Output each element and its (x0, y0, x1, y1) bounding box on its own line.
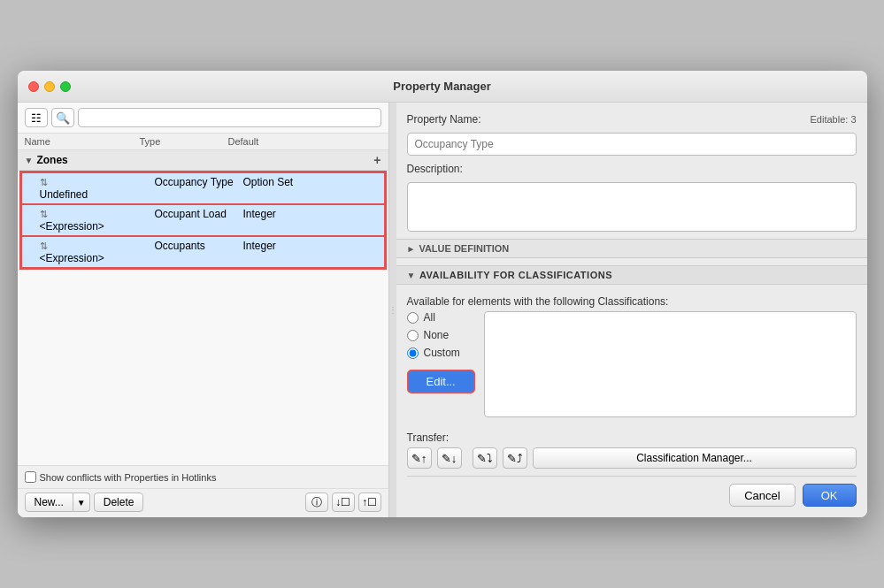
ok-button[interactable]: OK (803, 484, 857, 507)
right-panel: Property Name: Editable: 3 Description: … (396, 103, 867, 517)
availability-label: AVAILABILITY FOR CLASSIFICATIONS (419, 270, 612, 280)
selected-rows-group: ⇅Occupancy Type Option Set Undefined ⇅Oc… (19, 171, 387, 270)
row-type: Integer (243, 208, 377, 220)
property-name-row: Property Name: Editable: 3 (407, 113, 857, 126)
transfer-down-icon: ✎↓ (442, 452, 457, 465)
row-name: Occupants (155, 240, 243, 252)
table-row[interactable]: ⇅Occupancy Type Option Set Undefined (21, 172, 385, 204)
property-name-label: Property Name: (407, 113, 481, 126)
radio-all-label: All (424, 311, 435, 324)
list-header: Name Type Default (18, 134, 388, 150)
row-default: <Expression> (40, 252, 155, 264)
search-icon-btn[interactable]: 🔍 (51, 108, 74, 127)
transfer-section: Transfer: ✎↑ ✎↓ ✎⤵ ✎⤴ Classification Man… (407, 431, 857, 469)
transfer-right-btn[interactable]: ✎⤴ (503, 447, 527, 469)
hotlinks-checkbox-label[interactable]: Show conflicts with Properties in Hotlin… (25, 471, 381, 483)
transfer-label: Transfer: (407, 431, 857, 444)
list-view-icon: ☷ (31, 111, 42, 125)
row-type: Integer (243, 240, 377, 252)
classification-manager-button[interactable]: Classification Manager... (533, 447, 857, 469)
row-default: <Expression> (40, 220, 155, 233)
search-icon: 🔍 (56, 111, 70, 125)
radio-none[interactable] (407, 330, 419, 341)
row-default: Undefined (40, 188, 155, 201)
radio-none-row[interactable]: None (407, 329, 475, 341)
transfer-left-btn[interactable]: ✎⤵ (473, 447, 497, 469)
export-icon-btn[interactable]: ↑☐ (358, 493, 381, 512)
transfer-down-btn[interactable]: ✎↓ (437, 447, 462, 469)
availability-arrow-icon: ▼ (407, 271, 416, 280)
info-icon: ⓘ (311, 495, 322, 510)
export-icon: ↑☐ (362, 496, 377, 508)
maximize-button[interactable] (60, 81, 71, 92)
value-def-arrow-icon: ► (407, 244, 416, 254)
import-icon: ↓☐ (335, 496, 350, 508)
value-definition-section[interactable]: ► VALUE DEFINITION (396, 239, 867, 258)
availability-section: Available for elements with the followin… (407, 292, 857, 417)
traffic-lights (28, 81, 71, 92)
window-title: Property Manager (393, 80, 491, 93)
description-label: Description: (407, 163, 857, 175)
availability-section-header[interactable]: ▼ AVAILABILITY FOR CLASSIFICATIONS (396, 265, 867, 285)
row-sort-icon: ⇅ (40, 209, 151, 220)
list-view-icon-btn[interactable]: ☷ (25, 108, 48, 127)
row-sort-icon: ⇅ (40, 241, 151, 252)
hotlinks-checkbox[interactable] (25, 471, 36, 483)
table-row[interactable]: ⇅Occupant Load Integer <Expression> (21, 204, 385, 236)
radio-custom-label: Custom (424, 347, 460, 359)
row-name: Occupant Load (155, 208, 243, 220)
row-sort-icon: ⇅ (40, 177, 151, 188)
col-header-name: Name (25, 136, 140, 147)
radio-all-row[interactable]: All (407, 311, 475, 324)
radio-group: All None Custom Edit... (407, 311, 475, 417)
cancel-button[interactable]: Cancel (729, 484, 795, 507)
import-icon-btn[interactable]: ↓☐ (332, 493, 355, 512)
property-manager-window: Property Manager ☷ 🔍 Name Type Default (18, 71, 867, 517)
minimize-button[interactable] (44, 81, 55, 92)
edit-button[interactable]: Edit... (407, 370, 475, 393)
delete-button[interactable]: Delete (94, 493, 144, 512)
value-definition-label: VALUE DEFINITION (419, 243, 509, 254)
left-footer: Show conflicts with Properties in Hotlin… (18, 465, 388, 488)
transfer-up-btn[interactable]: ✎↑ (407, 447, 432, 469)
left-footer-btns: New... ▼ Delete ⓘ ↓☐ ↑☐ (18, 488, 388, 517)
table-row[interactable]: ⇅Occupants Integer <Expression> (21, 236, 385, 268)
right-footer: Cancel OK (407, 476, 857, 507)
group-zones[interactable]: ▼ Zones + (18, 150, 388, 171)
new-button[interactable]: New... (25, 493, 73, 512)
titlebar: Property Manager (18, 71, 867, 103)
radio-none-label: None (424, 329, 450, 341)
new-dropdown-arrow[interactable]: ▼ (73, 493, 90, 512)
search-input[interactable] (78, 108, 381, 127)
radio-all[interactable] (407, 312, 419, 324)
radio-custom-row[interactable]: Custom (407, 347, 475, 359)
col-header-default: Default (228, 136, 381, 147)
availability-main: All None Custom Edit... (407, 311, 857, 417)
radio-custom[interactable] (407, 347, 419, 359)
list-body: ▼ Zones + ⇅Occupancy Type Option Set Und… (18, 150, 388, 465)
transfer-left-icon: ✎⤵ (477, 452, 493, 465)
new-btn-group: New... ▼ (25, 493, 90, 512)
panel-divider[interactable]: ⋮ (389, 103, 396, 517)
content-area: ☷ 🔍 Name Type Default ▼ Zones + (18, 103, 867, 517)
transfer-up-icon: ✎↑ (411, 452, 427, 465)
group-arrow-icon: ▼ (25, 156, 34, 165)
row-type: Option Set (243, 176, 377, 188)
hotlinks-label-text: Show conflicts with Properties in Hotlin… (40, 472, 217, 483)
transfer-controls: ✎↑ ✎↓ ✎⤵ ✎⤴ Classification Manager... (407, 447, 857, 469)
property-name-input[interactable] (407, 133, 857, 156)
row-name: Occupancy Type (155, 176, 243, 188)
transfer-right-icon: ✎⤴ (507, 452, 523, 465)
left-panel: ☷ 🔍 Name Type Default ▼ Zones + (18, 103, 389, 517)
editable-badge: Editable: 3 (811, 114, 857, 125)
info-icon-btn[interactable]: ⓘ (305, 493, 328, 512)
group-add-icon[interactable]: + (373, 153, 381, 167)
description-textarea[interactable] (407, 182, 857, 232)
availability-desc: Available for elements with the followin… (407, 295, 857, 308)
classifications-list[interactable] (484, 311, 857, 417)
left-toolbar: ☷ 🔍 (18, 103, 388, 134)
close-button[interactable] (28, 81, 39, 92)
col-header-type: Type (140, 136, 228, 147)
group-label: Zones (36, 154, 373, 166)
